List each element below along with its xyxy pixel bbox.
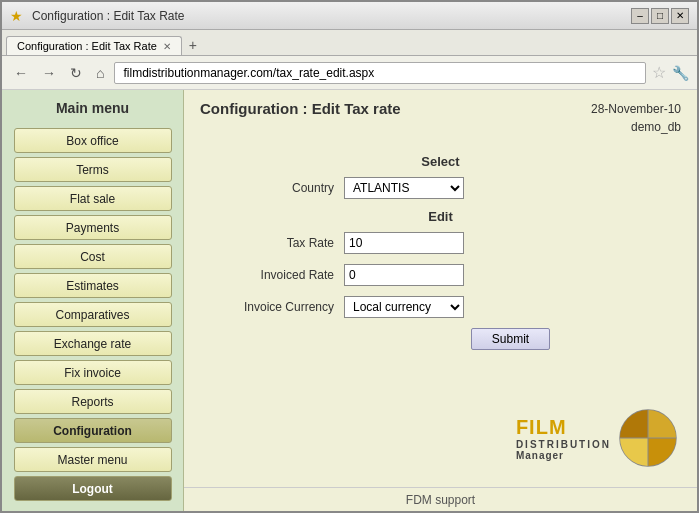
active-tab[interactable]: Configuration : Edit Tax Rate ✕ xyxy=(6,36,182,55)
logo-circle-icon xyxy=(619,409,677,467)
select-section-label: Select xyxy=(204,154,677,169)
back-button[interactable]: ← xyxy=(10,63,32,83)
sidebar-item-configuration[interactable]: Configuration xyxy=(14,418,172,443)
bookmark-icon[interactable]: ☆ xyxy=(652,63,666,82)
invoice-currency-label: Invoice Currency xyxy=(204,300,344,314)
form-area: Select Country ATLANTIS USA UK FRANCE Ed… xyxy=(184,144,697,399)
invoiced-rate-row: Invoiced Rate xyxy=(204,264,677,286)
tax-rate-row: Tax Rate xyxy=(204,232,677,254)
invoice-currency-select[interactable]: Local currency USD EUR GBP xyxy=(344,296,464,318)
submit-button[interactable]: Submit xyxy=(471,328,550,350)
sidebar-item-cost[interactable]: Cost xyxy=(14,244,172,269)
tab-close-button[interactable]: ✕ xyxy=(163,41,171,52)
home-button[interactable]: ⌂ xyxy=(92,63,108,83)
country-select[interactable]: ATLANTIS USA UK FRANCE xyxy=(344,177,464,199)
refresh-button[interactable]: ↻ xyxy=(66,63,86,83)
sidebar-item-estimates[interactable]: Estimates xyxy=(14,273,172,298)
window-controls: – □ ✕ xyxy=(631,8,689,24)
sidebar-title: Main menu xyxy=(56,100,129,116)
forward-button[interactable]: → xyxy=(38,63,60,83)
invoiced-rate-input[interactable] xyxy=(344,264,464,286)
footer: FDM support xyxy=(184,487,697,511)
country-row: Country ATLANTIS USA UK FRANCE xyxy=(204,177,677,199)
tax-rate-label: Tax Rate xyxy=(204,236,344,250)
date-display: 28-November-10 xyxy=(591,102,681,116)
tax-rate-input[interactable] xyxy=(344,232,464,254)
logo-manager: Manager xyxy=(516,450,611,461)
logo-area: FILM DISTRIBUTION Manager xyxy=(184,399,697,487)
window-title: Configuration : Edit Tax Rate xyxy=(32,9,631,23)
sidebar-item-fix-invoice[interactable]: Fix invoice xyxy=(14,360,172,385)
sidebar-item-payments[interactable]: Payments xyxy=(14,215,172,240)
sidebar-item-terms[interactable]: Terms xyxy=(14,157,172,182)
page-title: Configuration : Edit Tax rate xyxy=(200,100,401,117)
invoiced-rate-label: Invoiced Rate xyxy=(204,268,344,282)
address-bar: ← → ↻ ⌂ ☆ 🔧 xyxy=(2,56,697,90)
sidebar-item-reports[interactable]: Reports xyxy=(14,389,172,414)
sidebar-item-comparatives[interactable]: Comparatives xyxy=(14,302,172,327)
window-icon: ★ xyxy=(10,8,26,24)
new-tab-button[interactable]: + xyxy=(182,35,204,55)
close-button[interactable]: ✕ xyxy=(671,8,689,24)
title-bar: ★ Configuration : Edit Tax Rate – □ ✕ xyxy=(2,2,697,30)
app-body: Main menu Box office Terms Flat sale Pay… xyxy=(2,90,697,511)
sidebar-item-logout[interactable]: Logout xyxy=(14,476,172,501)
footer-text: FDM support xyxy=(406,493,475,507)
settings-icon[interactable]: 🔧 xyxy=(672,65,689,81)
minimize-button[interactable]: – xyxy=(631,8,649,24)
sidebar-item-flat-sale[interactable]: Flat sale xyxy=(14,186,172,211)
edit-section-label: Edit xyxy=(204,209,677,224)
sidebar: Main menu Box office Terms Flat sale Pay… xyxy=(2,90,184,511)
logo-text-block: FILM DISTRIBUTION Manager xyxy=(516,416,611,461)
content-header: Configuration : Edit Tax rate 28-Novembe… xyxy=(184,90,697,144)
content-meta: 28-November-10 demo_db xyxy=(591,100,681,136)
tab-label: Configuration : Edit Tax Rate xyxy=(17,40,157,52)
sidebar-item-exchange-rate[interactable]: Exchange rate xyxy=(14,331,172,356)
invoice-currency-row: Invoice Currency Local currency USD EUR … xyxy=(204,296,677,318)
db-display: demo_db xyxy=(631,120,681,134)
submit-row: Submit xyxy=(344,328,677,350)
tab-bar: Configuration : Edit Tax Rate ✕ + xyxy=(2,30,697,56)
country-label: Country xyxy=(204,181,344,195)
address-input[interactable] xyxy=(114,62,646,84)
logo-distribution: DISTRIBUTION xyxy=(516,439,611,450)
sidebar-item-master-menu[interactable]: Master menu xyxy=(14,447,172,472)
sidebar-item-box-office[interactable]: Box office xyxy=(14,128,172,153)
logo-film: FILM xyxy=(516,416,611,439)
content-area: Configuration : Edit Tax rate 28-Novembe… xyxy=(184,90,697,511)
maximize-button[interactable]: □ xyxy=(651,8,669,24)
